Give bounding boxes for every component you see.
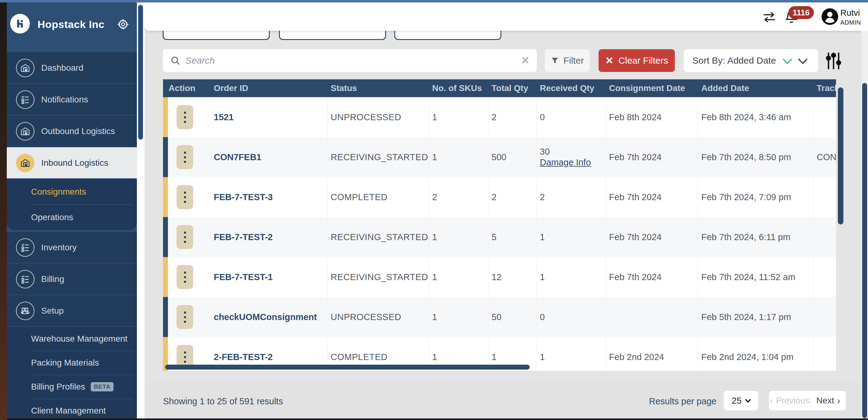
row-actions-kebab-button[interactable] [177,265,193,289]
search-clear-icon[interactable]: ✕ [521,55,530,67]
order-id-cell: FEB-7-TEST-1 [211,257,328,297]
sidebar-subitem-operations[interactable]: Operations [7,204,137,230]
page-size-dropdown[interactable]: 25 [724,391,758,411]
sidebar-item-label: Setup [41,306,64,316]
received-qty-cell: 1 [537,257,606,297]
table-row: FEB-7-TEST-2 RECEIVING_STARTED 1 5 1 Feb… [163,217,836,257]
row-status-strip [163,297,168,337]
row-status-strip [163,177,168,217]
row-actions-kebab-button[interactable] [177,105,193,129]
sidebar-subitem-billing-profiles[interactable]: Billing Profiles BETA [7,375,137,399]
window-left-edge [0,2,7,420]
sidebar-item-setup[interactable]: Setup [7,295,137,326]
sidebar-item-billing[interactable]: Billing [7,263,137,295]
previous-page-button[interactable]: ‹ Previous [769,391,810,411]
sidebar-item-dashboard[interactable]: Dashboard [7,52,137,83]
column-settings-sliders-icon[interactable] [826,52,841,70]
sidebar: Hopstack Inc Dashboard Notifications [7,2,137,420]
status-cell: COMPLETED [328,177,429,217]
order-id-link[interactable]: FEB-7-TEST-2 [214,232,273,242]
row-actions-kebab-button[interactable] [177,145,193,169]
row-status-strip [163,97,168,137]
sort-by-dropdown[interactable]: Sort By: Added Date [684,49,818,72]
notification-count-badge[interactable]: 1116 [788,6,814,19]
window-top-accent [0,0,868,2]
consignment-date-cell [606,297,698,337]
row-actions-kebab-button[interactable] [177,305,193,329]
action-cell [168,137,211,177]
clear-filters-button[interactable]: ✕ Clear Filters [598,49,675,72]
consignments-table: Action Order ID Status No. of SKUs Total… [163,79,836,371]
warehouse-icon [16,59,34,77]
row-actions-kebab-button[interactable] [177,185,193,209]
sidebar-item-outbound-logistics[interactable]: Outbound Logistics [7,116,137,147]
row-status-strip [163,257,168,297]
tracking-cell [813,97,836,137]
order-id-cell: FEB-7-TEST-3 [211,177,328,217]
checklist-icon [16,90,34,109]
next-page-button[interactable]: Next › [810,391,846,411]
added-date-cell: Feb 7th 2024, 11:52 am [698,257,813,297]
added-date-cell: Feb 2nd 2024, 1:04 pm [698,337,813,371]
consignment-date-cell: Feb 8th 2024 [606,97,698,137]
row-actions-kebab-button[interactable] [177,225,193,249]
table-horizontal-scrollbar-thumb[interactable] [165,365,530,369]
chevron-right-icon: › [837,395,840,406]
order-id-link[interactable]: CON7FEB1 [214,152,261,162]
skus-cell: 1 [429,297,489,337]
sidebar-scrollbar-thumb[interactable] [138,5,143,139]
order-id-link[interactable]: 2-FEB-TEST-2 [214,352,273,362]
column-header-consignment-date: Consignment Date [606,83,698,93]
added-date-cell: Feb 7th 2024, 8:50 pm [698,137,813,177]
skus-cell: 1 [429,257,489,297]
dropdown-chevron-icon [798,55,807,64]
search-input[interactable] [185,55,505,66]
skus-cell: 1 [429,137,489,177]
user-info[interactable]: Rutvi ADMIN [840,8,864,26]
clear-filters-label: Clear Filters [619,55,669,66]
search-box: ✕ [163,49,537,72]
table-body: 1521 UNPROCESSED 1 2 0 Feb 8th 2024 Feb … [163,97,836,371]
clear-x-icon: ✕ [605,55,614,66]
page-scrollbar-thumb[interactable] [862,83,867,418]
order-id-link[interactable]: FEB-7-TEST-3 [214,192,273,202]
order-id-link[interactable]: checkUOMConsignment [214,312,317,322]
filter-button[interactable]: Filter [545,49,590,72]
order-id-link[interactable]: 1521 [214,112,234,122]
sidebar-item-inventory[interactable]: Inventory [7,232,137,263]
received-qty-cell: 1 [537,217,606,257]
table-vertical-scrollbar-thumb[interactable] [838,87,843,224]
table-row: FEB-7-TEST-1 RECEIVING_STARTED 1 12 1 Fe… [163,257,836,297]
action-cell [168,297,211,337]
damage-info-link[interactable]: Damage Info [540,157,591,168]
consignment-date-cell: Feb 7th 2024 [606,257,698,297]
sidebar-subitem-client-management[interactable]: Client Management [7,399,137,420]
column-header-total-qty: Total Qty [489,83,537,93]
order-id-link[interactable]: FEB-7-TEST-1 [214,272,273,282]
sidebar-subitem-packing-materials[interactable]: Packing Materials [7,351,137,375]
status-cell: RECEIVING_STARTED [328,137,429,177]
window-bottom-edge [7,418,868,420]
user-avatar[interactable] [821,8,838,25]
settings-gear-icon[interactable] [117,19,129,30]
sidebar-subitem-warehouse-management[interactable]: Warehouse Management [7,327,137,351]
received-qty-cell: 0 [537,97,606,137]
sidebar-subitem-consignments[interactable]: Consignments [7,179,137,204]
beta-badge: BETA [91,382,114,391]
results-summary: Showing 1 to 25 of 591 results [163,396,283,407]
status-cell: UNPROCESSED [328,297,429,337]
user-name: Rutvi [840,8,864,18]
column-header-tracking: Track [813,83,836,93]
sort-direction-chevron-icon [782,55,792,64]
checklist-icon [16,270,34,288]
sidebar-item-notifications[interactable]: Notifications [7,84,137,115]
swap-workspace-icon[interactable] [763,12,776,23]
hopstack-logo [10,14,30,34]
sidebar-item-label: Inbound Logistics [41,158,108,168]
sidebar-item-inbound-logistics[interactable]: Inbound Logistics [7,147,137,178]
subitem-label: Billing Profiles [31,382,85,392]
sidebar-item-label: Outbound Logistics [41,126,115,136]
received-qty-value: 30 [540,147,550,157]
total-qty-cell: 50 [489,297,537,337]
consignment-date-cell: Feb 7th 2024 [606,137,698,177]
